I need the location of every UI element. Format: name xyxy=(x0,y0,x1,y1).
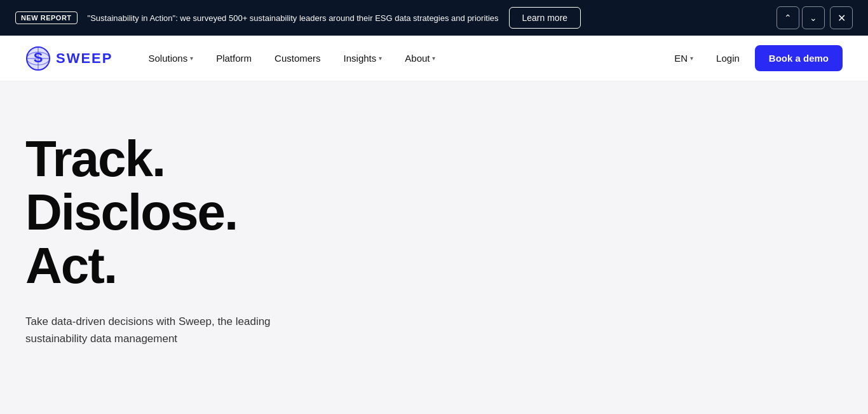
main-navbar: S SWEEP Solutions ▾ Platform Customers I… xyxy=(0,36,868,81)
announcement-next-button[interactable]: ⌄ xyxy=(802,6,825,29)
announcement-controls: ⌃ ⌄ ✕ xyxy=(776,6,853,29)
nav-actions: EN ▾ Login Book a demo xyxy=(667,45,843,71)
about-chevron-icon: ▾ xyxy=(432,55,435,62)
hero-line2: Disclose. xyxy=(25,184,237,240)
logo-text: SWEEP xyxy=(56,50,112,67)
logo-link[interactable]: S SWEEP xyxy=(25,46,112,71)
solutions-chevron-icon: ▾ xyxy=(190,55,193,62)
nav-item-platform[interactable]: Platform xyxy=(206,48,262,69)
announcement-content: NEW REPORT "Sustainability in Action": w… xyxy=(15,7,764,29)
nav-item-solutions[interactable]: Solutions ▾ xyxy=(138,48,203,69)
lang-chevron-icon: ▾ xyxy=(690,55,693,62)
chevron-down-icon: ⌄ xyxy=(810,13,817,23)
book-demo-button[interactable]: Book a demo xyxy=(755,45,843,71)
hero-content: Track. Disclose. Act. Take data-driven d… xyxy=(25,132,356,347)
chevron-up-icon: ⌃ xyxy=(784,13,792,23)
nav-links: Solutions ▾ Platform Customers Insights … xyxy=(138,48,667,69)
hero-line3: Act. xyxy=(25,237,116,294)
nav-item-about[interactable]: About ▾ xyxy=(395,48,445,69)
announcement-prev-button[interactable]: ⌃ xyxy=(776,6,799,29)
language-selector[interactable]: EN ▾ xyxy=(667,48,701,69)
hero-subtext: Take data-driven decisions with Sweep, t… xyxy=(25,313,280,347)
login-button[interactable]: Login xyxy=(706,48,750,69)
hero-section: Track. Disclose. Act. Take data-driven d… xyxy=(0,81,868,412)
nav-item-insights[interactable]: Insights ▾ xyxy=(334,48,393,69)
hero-headline: Track. Disclose. Act. xyxy=(25,132,356,293)
announcement-text: "Sustainability in Action": we surveyed … xyxy=(88,13,499,23)
learn-more-button[interactable]: Learn more xyxy=(509,7,581,29)
new-report-badge: NEW REPORT xyxy=(15,11,78,24)
hero-line1: Track. xyxy=(25,130,165,187)
insights-chevron-icon: ▾ xyxy=(379,55,382,62)
sweep-logo-icon: S xyxy=(25,46,51,71)
announcement-close-button[interactable]: ✕ xyxy=(830,6,853,29)
announcement-bar: NEW REPORT "Sustainability in Action": w… xyxy=(0,0,868,36)
nav-item-customers[interactable]: Customers xyxy=(264,48,331,69)
close-icon: ✕ xyxy=(837,12,846,24)
